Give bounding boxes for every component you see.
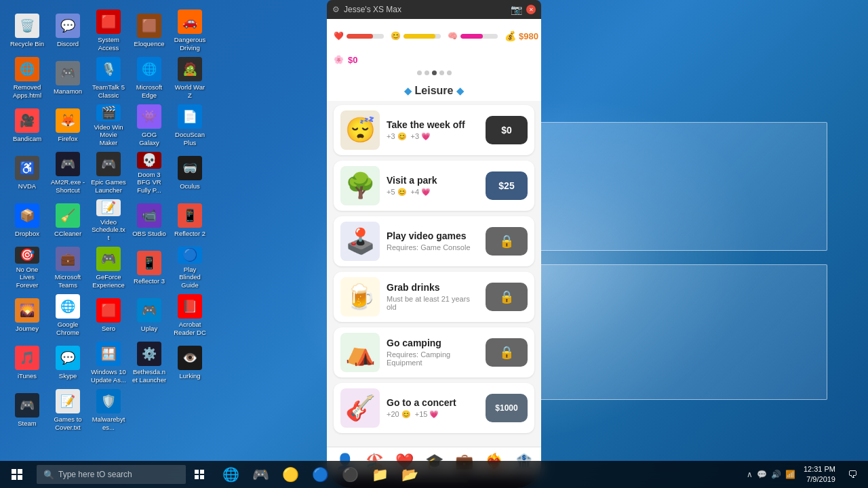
dot-2[interactable] <box>425 70 429 75</box>
item-sub-play-video-games: Requires: Game Console <box>387 243 479 251</box>
money-amount: $980 <box>519 31 538 41</box>
icon-image-journey: 🌄 <box>15 298 39 323</box>
dot-4[interactable] <box>439 70 444 75</box>
dot-1[interactable] <box>417 70 422 75</box>
item-button-take-week-off[interactable]: $0 <box>486 116 528 144</box>
icon-label-epic-games: Epic Games Launcher <box>91 178 126 194</box>
desktop-icon-reflector2[interactable]: 📱 Reflector 2 <box>170 197 210 244</box>
desktop-icon-geforce[interactable]: 🎮 GeForce Experience <box>88 244 129 291</box>
icon-label-no-one-lives: No One Lives Forever <box>9 266 45 289</box>
item-button-go-concert[interactable]: $1000 <box>486 394 528 422</box>
item-icon-play-video-games: 🕹️ <box>340 222 380 261</box>
close-button[interactable]: ✕ <box>526 5 536 14</box>
desktop-icon-discord[interactable]: 💬 Discord <box>47 7 88 54</box>
desktop-icon-epic-games[interactable]: 🎮 Epic Games Launcher <box>88 149 129 197</box>
icon-label-itunes: iTunes <box>18 372 37 380</box>
desktop-icon-sero[interactable]: 🟥 Sero <box>88 291 129 339</box>
taskbar-app-unknown1[interactable]: 🔵 <box>305 461 335 488</box>
item-button-grab-drinks[interactable]: 🔒 <box>486 283 528 311</box>
icon-image-ccleaner: 🧹 <box>56 203 80 228</box>
desktop-icon-uplay[interactable]: 🎮 Uplay <box>129 291 170 339</box>
item-card-play-video-games: 🕹️ Play video games Requires: Game Conso… <box>334 216 534 266</box>
desktop-icon-gog-galaxy[interactable]: 👾 GOG Galaxy <box>129 102 170 149</box>
taskbar-app-unknown4[interactable]: 📂 <box>395 461 425 488</box>
desktop-icon-docu-scan[interactable]: 📄 DocuScan Plus <box>170 102 210 149</box>
system-clock[interactable]: 12:31 PM 7/9/2019 <box>800 464 840 485</box>
desktop-icon-obs-studio[interactable]: 📹 OBS Studio <box>129 197 170 244</box>
icon-image-nvda: ♿ <box>15 156 39 180</box>
icon-image-geforce: 🎮 <box>96 247 121 271</box>
phone-statusbar: ❤️ 😊 🧠 <box>327 19 541 54</box>
svg-rect-4 <box>195 470 199 474</box>
desktop-icon-firefox[interactable]: 🦊 Firefox <box>47 102 88 149</box>
dot-5[interactable] <box>447 70 452 75</box>
desktop-icon-removed-apps[interactable]: 🌐 Removed Apps.html <box>7 54 47 102</box>
desktop-icon-video-win-maker[interactable]: 🎬 Video Win Movie Maker <box>88 102 129 149</box>
desktop-icon-no-one-lives[interactable]: 🎯 No One Lives Forever <box>7 244 47 291</box>
desktop-icon-amxr[interactable]: 🎮 AM2R.exe - Shortcut <box>47 149 88 197</box>
windows-decoration <box>502 122 827 400</box>
tray-volume[interactable]: 🔊 <box>770 470 783 479</box>
taskbar-app-steam[interactable]: 🎮 <box>245 461 275 488</box>
camera-icon[interactable]: 📷 <box>511 4 522 15</box>
icon-image-docu-scan: 📄 <box>178 104 202 129</box>
desktop-icon-ccleaner[interactable]: 🧹 CCleaner <box>47 197 88 244</box>
desktop-icon-lurking[interactable]: 👁️ Lurking <box>170 339 210 386</box>
desktop-icon-reflector3[interactable]: 📱 Reflector 3 <box>129 244 170 291</box>
desktop-icon-itunes[interactable]: 🎵 iTunes <box>7 339 47 386</box>
notification-button[interactable]: 🗨 <box>842 461 863 488</box>
desktop-icon-teamtalk5[interactable]: 🎙️ TeamTalk 5 Classic <box>88 54 129 102</box>
start-button[interactable] <box>0 461 34 488</box>
icon-label-games-to-cover: Games to Cover.txt <box>50 415 85 431</box>
dot-3-active[interactable] <box>432 70 437 75</box>
taskbar-search-box[interactable]: 🔍 Type here tO search <box>37 465 186 484</box>
desktop-icon-skype[interactable]: 💬 Skype <box>47 339 88 386</box>
desktop-icon-journey[interactable]: 🌄 Journey <box>7 291 47 339</box>
svg-rect-0 <box>12 469 16 474</box>
phone-body: ❤️ 😊 🧠 <box>327 19 541 488</box>
desktop-icon-google-chrome[interactable]: 🌐 Google Chrome <box>47 291 88 339</box>
desktop-icon-play-blinded[interactable]: 🔵 Play Blinded Guide <box>170 244 210 291</box>
desktop-icon-system-access[interactable]: 🟥 System Access <box>88 7 129 54</box>
icon-image-reflector2: 📱 <box>178 203 202 228</box>
item-icon-visit-park: 🌳 <box>340 166 380 205</box>
desktop-icon-acrobat[interactable]: 📕 Acrobat Reader DC <box>170 291 210 339</box>
desktop-icon-dangerous-driving[interactable]: 🚗 Dangerous Driving <box>170 7 210 54</box>
icon-image-bandicam: 🎥 <box>15 108 39 133</box>
icon-label-teamtalk5: TeamTalk 5 Classic <box>91 83 126 99</box>
desktop-icon-recycle-bin[interactable]: 🗑️ Recycle Bin <box>7 7 47 54</box>
desktop-icon-world-war-z[interactable]: 🧟 World War Z <box>170 54 210 102</box>
desktop-icon-manamon[interactable]: 🎮 Manamon <box>47 54 88 102</box>
desktop-icon-nvda[interactable]: ♿ NVDA <box>7 149 47 197</box>
item-button-play-video-games[interactable]: 🔒 <box>486 227 528 256</box>
task-view-button[interactable] <box>186 461 213 488</box>
desktop-icon-games-to-cover[interactable]: 📝 Games to Cover.txt <box>47 386 88 434</box>
tray-network[interactable]: 📶 <box>784 470 797 479</box>
taskbar-app-unknown2[interactable]: ⚫ <box>335 461 365 488</box>
desktop-icon-ms-edge[interactable]: 🌐 Microsoft Edge <box>129 54 170 102</box>
item-icon-take-week-off: 😴 <box>340 110 380 150</box>
taskbar-app-chrome[interactable]: 🟡 <box>275 461 305 488</box>
tray-up-arrow[interactable]: ∧ <box>745 470 754 479</box>
taskbar-app-unknown3[interactable]: 📁 <box>365 461 395 488</box>
desktop-icon-doom-3[interactable]: 💀 Doom 3 BFG VR Fully P... <box>129 149 170 197</box>
desktop-icon-dropbox[interactable]: 📦 Dropbox <box>7 197 47 244</box>
desktop-icon-oculus[interactable]: 🥽 Oculus <box>170 149 210 197</box>
desktop-icon-win10-update[interactable]: 🪟 Windows 10 Update As... <box>88 339 129 386</box>
item-card-take-week-off: 😴 Take the week off +3 😊+3 💗 $0 <box>334 105 534 155</box>
icon-image-play-blinded: 🔵 <box>178 247 202 264</box>
desktop-icon-ms-teams[interactable]: 💼 Microsoft Teams <box>47 244 88 291</box>
icon-label-manamon: Manamon <box>54 87 82 95</box>
tray-skype[interactable]: 💬 <box>755 470 768 479</box>
item-button-visit-park[interactable]: $25 <box>486 171 528 200</box>
search-icon: 🔍 <box>43 470 54 480</box>
icon-label-eloquence: Eloquence <box>134 40 165 47</box>
desktop-icon-malwarebytes[interactable]: 🛡️ Malwarebytes... <box>88 386 129 434</box>
desktop-icon-steam[interactable]: 🎮 Steam <box>7 386 47 434</box>
desktop-icon-bandicam[interactable]: 🎥 Bandicam <box>7 102 47 149</box>
desktop-icon-eloquence[interactable]: 🟫 Eloquence <box>129 7 170 54</box>
item-button-go-camping[interactable]: 🔒 <box>486 338 528 367</box>
desktop-icon-bethesda[interactable]: ⚙️ Bethesda.net Launcher <box>129 339 170 386</box>
taskbar-app-edge[interactable]: 🌐 <box>216 461 245 488</box>
desktop-icon-video-schedule[interactable]: 📝 Video Schedule.txt <box>88 197 129 244</box>
